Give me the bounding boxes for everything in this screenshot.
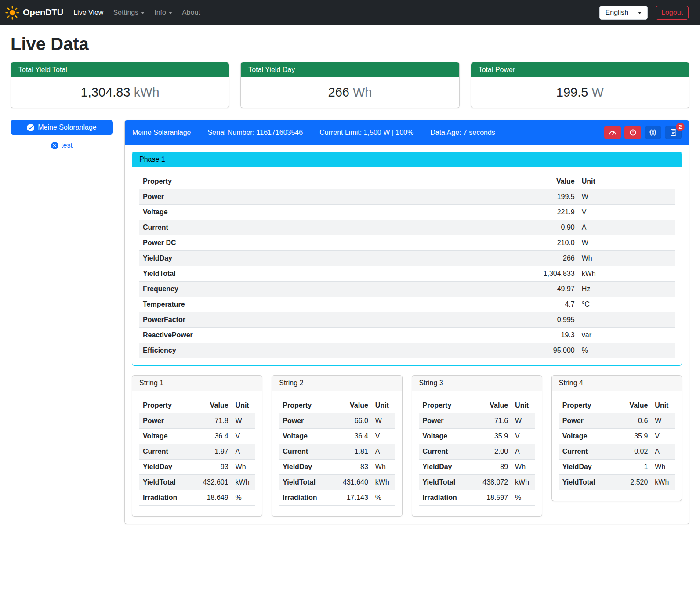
table-row: Voltage35.9V: [559, 429, 675, 444]
nav-links: Live View Settings Info About: [69, 5, 205, 20]
value-cell: 0.90: [476, 220, 578, 235]
property-cell: Power: [279, 413, 331, 429]
unit-cell: V: [372, 429, 395, 444]
column-header-unit: Unit: [372, 398, 395, 413]
nav-item-settings[interactable]: Settings: [108, 5, 149, 20]
table-row: YieldDay93Wh: [139, 460, 255, 475]
unit-cell: Wh: [232, 460, 255, 475]
table-row: YieldTotal431.640kWh: [279, 475, 395, 490]
phase-card-body: Property Value Unit Power199.5WVoltage22…: [132, 167, 682, 365]
unit-cell: W: [232, 413, 255, 429]
event-count-badge: 2: [676, 123, 685, 131]
property-cell: Power DC: [139, 235, 476, 251]
property-cell: Power: [139, 413, 191, 429]
device-info-button[interactable]: [645, 126, 661, 139]
property-cell: YieldDay: [419, 460, 471, 475]
nav-item-live-view[interactable]: Live View: [69, 5, 108, 20]
value-cell: 1: [611, 460, 651, 475]
property-cell: YieldDay: [139, 460, 191, 475]
table-row: Power66.0W: [279, 413, 395, 429]
value-cell: 0.02: [611, 444, 651, 460]
value-cell: 431.640: [331, 475, 372, 490]
table-row: Frequency49.97Hz: [139, 282, 675, 297]
table-header-row: Property Value Unit: [279, 398, 395, 413]
footer-space: [11, 524, 689, 537]
card-value: 199.5 W: [471, 77, 689, 108]
brand[interactable]: OpenDTU: [5, 6, 63, 20]
value-cell: 2.520: [611, 475, 651, 490]
table-row: Voltage35.9V: [419, 429, 535, 444]
unit-cell: kWh: [578, 266, 675, 282]
strings-row: String 1 Property Value Unit Power71.8WV…: [132, 375, 682, 517]
language-select[interactable]: English: [599, 6, 648, 20]
value-cell: 95.000: [476, 343, 578, 358]
unit-cell: Wh: [651, 460, 675, 475]
table-row: Efficiency95.000%: [139, 343, 675, 358]
property-cell: YieldTotal: [279, 475, 331, 490]
phase-table: Property Value Unit Power199.5WVoltage22…: [139, 174, 675, 358]
power-icon: [629, 129, 637, 136]
column-header-unit: Unit: [511, 398, 535, 413]
card-header: Total Power: [471, 62, 689, 77]
table-row: Irradiation18.649%: [139, 490, 255, 506]
table-row: Power0.6W: [559, 413, 675, 429]
unit-cell: A: [578, 220, 675, 235]
property-cell: Current: [419, 444, 471, 460]
nav-item-about[interactable]: About: [177, 5, 205, 20]
property-cell: Temperature: [139, 297, 476, 312]
table-row: Temperature4.7°C: [139, 297, 675, 312]
property-cell: Irradiation: [279, 490, 331, 506]
value-cell: 18.649: [191, 490, 232, 506]
string-card: String 2 Property Value Unit Power66.0WV…: [272, 375, 402, 517]
power-button[interactable]: [624, 126, 641, 139]
inverter-select-button[interactable]: Meine Solaranlage: [11, 120, 113, 135]
table-row: YieldDay1Wh: [559, 460, 675, 475]
value-cell: 18.597: [471, 490, 511, 506]
cpu-chip-icon: [649, 129, 657, 137]
property-cell: Current: [559, 444, 611, 460]
string-card-body: Property Value Unit Power0.6WVoltage35.9…: [552, 391, 682, 501]
table-row: YieldDay83Wh: [279, 460, 395, 475]
nav-item-info[interactable]: Info: [149, 5, 177, 20]
chevron-down-icon: [638, 12, 642, 14]
value-cell: 71.6: [471, 413, 511, 429]
property-cell: Current: [279, 444, 331, 460]
string-table: Property Value Unit Power0.6WVoltage35.9…: [559, 398, 675, 490]
gauge-icon: [609, 129, 617, 137]
unit-cell: kWh: [651, 475, 675, 490]
inverter-toggle-test[interactable]: test: [11, 141, 113, 149]
column-header-property: Property: [559, 398, 611, 413]
unit-cell: V: [232, 429, 255, 444]
value-cell: 36.4: [331, 429, 372, 444]
table-row: Current1.97A: [139, 444, 255, 460]
property-cell: Current: [139, 444, 191, 460]
value-cell: 0.995: [476, 312, 578, 328]
string-card-body: Property Value Unit Power66.0WVoltage36.…: [272, 391, 402, 516]
unit-cell: var: [578, 328, 675, 343]
column-header-unit: Unit: [651, 398, 675, 413]
property-cell: Voltage: [419, 429, 471, 444]
unit-cell: %: [511, 490, 535, 506]
string-card-title: String 4: [552, 376, 682, 391]
unit-cell: %: [578, 343, 675, 358]
language-select-value: English: [606, 9, 628, 17]
value-number: 266: [328, 85, 349, 99]
inverter-name: Meine Solaranlage: [132, 129, 191, 137]
property-cell: Voltage: [139, 205, 476, 220]
value-cell: 199.5: [476, 189, 578, 205]
value-cell: 221.9: [476, 205, 578, 220]
table-row: Voltage36.4V: [139, 429, 255, 444]
property-cell: YieldDay: [139, 251, 476, 266]
property-cell: YieldDay: [559, 460, 611, 475]
limit-settings-button[interactable]: [604, 126, 621, 139]
table-header-row: Property Value Unit: [139, 174, 675, 189]
phase-card: Phase 1 Property Value Unit Power199.5WV…: [132, 152, 682, 366]
event-log-button[interactable]: 2: [665, 126, 682, 139]
value-cell: 4.7: [476, 297, 578, 312]
navbar-right: English Logout: [599, 6, 689, 20]
column-header-property: Property: [139, 398, 191, 413]
unit-cell: A: [232, 444, 255, 460]
unit-cell: kWh: [232, 475, 255, 490]
logout-button[interactable]: Logout: [656, 6, 689, 20]
unit-cell: kWh: [511, 475, 535, 490]
